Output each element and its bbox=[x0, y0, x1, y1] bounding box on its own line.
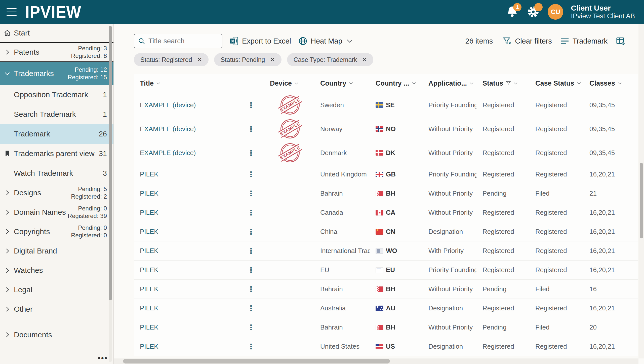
cell-classes: 16,20,21 bbox=[583, 170, 638, 178]
table-row[interactable]: PILEK⋮AustraliaAUDesignationRegisteredRe… bbox=[134, 299, 638, 318]
sidebar-item-digital-brand[interactable]: Digital Brand bbox=[0, 241, 113, 261]
sidebar-item-documents[interactable]: Documents bbox=[0, 325, 113, 344]
horizontal-scrollbar-thumb[interactable] bbox=[123, 359, 390, 363]
row-menu-icon[interactable]: ⋮ bbox=[245, 304, 257, 313]
sidebar-item-legal[interactable]: Legal bbox=[0, 280, 113, 299]
cell-menu: ⋮ bbox=[239, 189, 264, 198]
case-title-link[interactable]: PILEK bbox=[140, 323, 158, 331]
case-title-link[interactable]: PILEK bbox=[140, 304, 158, 312]
sidebar-item-trademarks[interactable]: Trademarks Pending: 12Registered: 15 bbox=[0, 62, 113, 85]
country-flag-icon bbox=[376, 306, 383, 311]
sidebar-scrollbar-thumb[interactable] bbox=[109, 26, 112, 300]
sidebar-item-other[interactable]: Other bbox=[0, 299, 113, 319]
table-row[interactable]: EXAMPLE (device)⋮EXAMPLENorwayNOWithout … bbox=[134, 117, 638, 141]
sidebar-item-patents[interactable]: Patents Pending: 3Registered: 8 bbox=[0, 42, 113, 62]
table-row[interactable]: EXAMPLE (device)⋮EXAMPLEDenmarkDKWithout… bbox=[134, 141, 638, 165]
sidebar-item-icon bbox=[3, 227, 12, 236]
menu-button[interactable] bbox=[7, 8, 17, 16]
column-header-title[interactable]: Title bbox=[134, 80, 239, 87]
sidebar-item-domain-names[interactable]: Domain Names Pending: 0Registered: 39 bbox=[0, 202, 113, 222]
row-menu-icon[interactable]: ⋮ bbox=[245, 101, 257, 110]
table-row[interactable]: PILEK⋮United StatesUSDesignationRegister… bbox=[134, 337, 638, 356]
filter-chip[interactable]: Case Type: Trademark✕ bbox=[287, 53, 374, 66]
row-menu-icon[interactable]: ⋮ bbox=[245, 227, 257, 236]
table-row[interactable]: PILEK⋮ChinaCNDesignationRegisteredRegist… bbox=[134, 222, 638, 241]
vertical-scrollbar-thumb[interactable] bbox=[640, 163, 643, 238]
sidebar-item-opposition-trademark[interactable]: Opposition Trademark 1 bbox=[0, 85, 113, 104]
row-menu-icon[interactable]: ⋮ bbox=[245, 125, 257, 133]
case-title-link[interactable]: PILEK bbox=[140, 209, 158, 216]
sidebar-scrollbar[interactable] bbox=[109, 26, 112, 362]
chevron-right-icon bbox=[4, 267, 11, 274]
heat-map-button[interactable]: Heat Map bbox=[298, 36, 353, 46]
column-header-classes[interactable]: Classes bbox=[583, 80, 638, 87]
remove-filter-icon[interactable]: ✕ bbox=[270, 56, 275, 63]
table-row[interactable]: PILEK⋮BahrainBHWithout PriorityPendingFi… bbox=[134, 184, 638, 203]
case-title-link[interactable]: EXAMPLE (device) bbox=[140, 149, 196, 157]
column-header-application_type[interactable]: Applicatio... bbox=[422, 80, 476, 87]
cell-device: EXAMPLE bbox=[264, 95, 314, 115]
horizontal-scrollbar[interactable] bbox=[114, 358, 638, 364]
case-title-link[interactable]: PILEK bbox=[140, 247, 158, 255]
column-header-device[interactable]: Device bbox=[264, 80, 314, 87]
view-selector-button[interactable]: Trademark bbox=[560, 36, 608, 46]
sidebar-item-trademark[interactable]: Trademark 26 bbox=[0, 124, 113, 144]
clear-filters-button[interactable]: Clear filters bbox=[502, 36, 552, 46]
row-menu-icon[interactable]: ⋮ bbox=[245, 149, 257, 157]
cell-title: PILEK bbox=[134, 285, 239, 293]
table-row[interactable]: PILEK⋮BahrainBHWithout PriorityPendingFi… bbox=[134, 279, 638, 299]
case-title-link[interactable]: PILEK bbox=[140, 343, 158, 350]
column-settings-button[interactable] bbox=[616, 36, 625, 46]
sidebar-item-watch-trademark[interactable]: Watch Trademark 3 bbox=[0, 163, 113, 183]
row-menu-icon[interactable]: ⋮ bbox=[245, 246, 257, 255]
chevron-down-icon bbox=[346, 39, 353, 43]
sidebar-item-designs[interactable]: Designs Pending: 5Registered: 2 bbox=[0, 183, 113, 202]
row-menu-icon[interactable]: ⋮ bbox=[245, 266, 257, 274]
cell-case_status: Registered bbox=[529, 247, 583, 255]
search-input[interactable] bbox=[148, 37, 218, 45]
case-title-link[interactable]: PILEK bbox=[140, 228, 158, 236]
table-row[interactable]: EXAMPLE (device)⋮EXAMPLESwedenSEPriority… bbox=[134, 93, 638, 117]
row-menu-icon[interactable]: ⋮ bbox=[245, 323, 257, 332]
column-header-case_status[interactable]: Case Status bbox=[529, 80, 583, 87]
column-header-country[interactable]: Country bbox=[314, 80, 370, 87]
filter-chip[interactable]: Status: Pending✕ bbox=[214, 53, 281, 66]
sidebar-item-watches[interactable]: Watches bbox=[0, 261, 113, 280]
row-menu-icon[interactable]: ⋮ bbox=[245, 285, 257, 294]
sidebar-item-start[interactable]: Start bbox=[0, 24, 113, 42]
sidebar-item-search-trademark[interactable]: Search Trademark 1 bbox=[0, 104, 113, 124]
column-label: Title bbox=[140, 80, 154, 87]
remove-filter-icon[interactable]: ✕ bbox=[362, 56, 367, 63]
case-title-link[interactable]: PILEK bbox=[140, 266, 158, 274]
sidebar-item-meta: Pending: 3Registered: 8 bbox=[71, 45, 107, 60]
filter-chip[interactable]: Status: Registered✕ bbox=[134, 53, 209, 66]
case-title-link[interactable]: EXAMPLE (device) bbox=[140, 125, 196, 133]
row-menu-icon[interactable]: ⋮ bbox=[245, 170, 257, 179]
row-menu-icon[interactable]: ⋮ bbox=[245, 189, 257, 198]
export-excel-button[interactable]: Export to Excel bbox=[229, 36, 291, 46]
table-row[interactable]: PILEK⋮International TrademarkWOWith Prio… bbox=[134, 241, 638, 260]
table-row[interactable]: PILEK⋮United KingdomGBPriority FoundingR… bbox=[134, 165, 638, 184]
row-menu-icon[interactable]: ⋮ bbox=[245, 342, 257, 351]
table-row[interactable]: PILEK⋮BahrainBHWithout PriorityPendingFi… bbox=[134, 318, 638, 337]
case-title-link[interactable]: EXAMPLE (device) bbox=[140, 101, 196, 109]
table-row[interactable]: PILEK⋮CanadaCAWithout PriorityRegistered… bbox=[134, 203, 638, 222]
avatar[interactable]: CU bbox=[548, 4, 563, 20]
remove-filter-icon[interactable]: ✕ bbox=[197, 56, 202, 63]
column-header-status[interactable]: Status bbox=[476, 80, 529, 87]
sidebar-item-trademarks-parent-view[interactable]: Trademarks parent view 31 bbox=[0, 144, 113, 163]
notifications-button[interactable]: 1 bbox=[505, 5, 519, 19]
sidebar-item-meta: Pending: 5Registered: 2 bbox=[71, 185, 107, 200]
case-title-link[interactable]: PILEK bbox=[140, 190, 158, 197]
sidebar-more-button[interactable]: ••• bbox=[98, 354, 108, 362]
row-menu-icon[interactable]: ⋮ bbox=[245, 208, 257, 217]
table-header: TitleDeviceCountryCountry ...Applicatio.… bbox=[134, 74, 638, 93]
case-title-link[interactable]: PILEK bbox=[140, 285, 158, 293]
settings-button[interactable] bbox=[527, 5, 540, 19]
table-row[interactable]: PILEK⋮EUEUPriority FoundingRegisteredReg… bbox=[134, 260, 638, 279]
sidebar-item-copyrights[interactable]: Copyrights Pending: 0Registered: 0 bbox=[0, 222, 113, 241]
column-header-country_code[interactable]: Country ... bbox=[370, 80, 422, 87]
column-label: Country bbox=[320, 80, 346, 87]
case-title-link[interactable]: PILEK bbox=[140, 170, 158, 178]
view-lines-icon bbox=[560, 36, 570, 46]
